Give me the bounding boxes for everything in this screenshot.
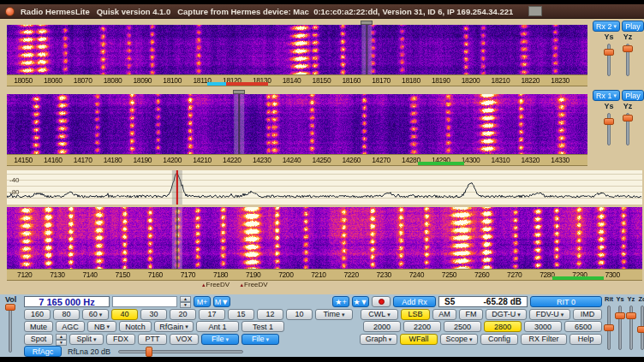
view-wfall-button[interactable]: WFall <box>400 334 438 345</box>
spectrum-graph-canvas[interactable] <box>7 170 642 205</box>
filter-2200-button[interactable]: 2200 <box>403 321 441 332</box>
frequency-scale-14mhz[interactable]: 1415014160141701418014190142001421014220… <box>7 154 587 166</box>
slider-handle[interactable] <box>5 304 15 311</box>
tx-vox-button[interactable]: VOX <box>170 334 199 345</box>
volume-slider[interactable] <box>5 305 15 354</box>
rit-slider[interactable] <box>604 304 614 352</box>
waterfall-canvas-7mhz[interactable] <box>7 207 642 269</box>
slider-handle[interactable] <box>604 49 614 56</box>
frequency-entry[interactable] <box>112 296 177 307</box>
band-60-button[interactable]: 60▾ <box>82 309 109 320</box>
mode-dgt-u-button[interactable]: DGT-U▾ <box>486 309 527 320</box>
filter-2800-button[interactable]: 2800 <box>484 321 522 332</box>
band-15-button[interactable]: 15 <box>228 309 254 320</box>
rx2-play-button[interactable]: Play <box>622 21 644 32</box>
filter-2000-button[interactable]: 2000 <box>363 321 401 332</box>
ctl-ant-1-button[interactable]: Ant 1 <box>196 321 239 332</box>
rfagc-button[interactable]: RfAgc <box>24 346 62 357</box>
dropdown-arrow-icon: ▾ <box>266 336 270 342</box>
frequency-spinner[interactable]: ▲▼ <box>180 296 191 307</box>
yz-slider[interactable] <box>626 304 636 352</box>
memory-m-button[interactable]: M▼ <box>213 296 230 307</box>
filter-2500-button[interactable]: 2500 <box>444 321 481 332</box>
spin-down-icon[interactable]: ▼ <box>180 302 191 308</box>
ctl-test-1-button[interactable]: Test 1 <box>242 321 284 332</box>
band-160-button[interactable]: 160 <box>24 309 51 320</box>
band-80-button[interactable]: 80 <box>53 309 80 320</box>
slider-handle[interactable] <box>637 326 644 333</box>
view-help-button[interactable]: Help <box>569 334 602 345</box>
band-17-button[interactable]: 17 <box>199 309 225 320</box>
tuning-strip-14mhz[interactable] <box>7 90 587 94</box>
rx2-button[interactable]: Rx 2▾ <box>593 21 620 32</box>
favorite-btn-button[interactable]: ★▼ <box>352 296 369 307</box>
ys-slider[interactable] <box>615 304 625 352</box>
view-graph-button[interactable]: Graph▾ <box>360 334 397 345</box>
tuning-strip-18mhz[interactable] <box>7 21 587 25</box>
titlebar[interactable]: Radio HermesLite Quisk version 4.1.0 Cap… <box>0 4 644 19</box>
slider-handle[interactable] <box>626 312 636 319</box>
tx-spot-button[interactable]: Spot <box>24 334 53 345</box>
slider-handle[interactable] <box>146 347 152 357</box>
rx1-ys-slider[interactable] <box>604 111 614 147</box>
rx1-yz-slider[interactable] <box>623 111 633 147</box>
rx1-button[interactable]: Rx 1▾ <box>593 90 620 101</box>
filter-3000-button[interactable]: 3000 <box>524 321 562 332</box>
mode-am-button[interactable]: AM <box>432 309 456 320</box>
tuning-marker[interactable] <box>233 90 245 94</box>
rx2-yz-slider[interactable] <box>623 42 633 78</box>
spin-up-icon[interactable]: ▲ <box>56 334 67 340</box>
band-label: 60 <box>89 310 98 318</box>
mode-cwl-button[interactable]: CWL▾ <box>361 309 398 320</box>
view-scope-button[interactable]: Scope▾ <box>440 334 478 345</box>
mode-fm-button[interactable]: FM <box>459 309 483 320</box>
mode-fdv-u-button[interactable]: FDV-U▾ <box>529 309 570 320</box>
spot-level-spinner[interactable]: ▲▼ <box>56 334 67 345</box>
ctl-nb-button[interactable]: NB▾ <box>87 321 116 332</box>
memory-m-button[interactable]: M+ <box>194 296 211 307</box>
rflna-slider[interactable] <box>116 347 245 357</box>
tx-file-button[interactable]: File▾ <box>201 334 239 345</box>
tx-split-button[interactable]: Split▾ <box>69 334 104 345</box>
spin-down-icon[interactable]: ▼ <box>56 340 67 346</box>
slider-handle[interactable] <box>604 324 614 331</box>
mode-lsb-button[interactable]: LSB <box>401 309 430 320</box>
band-12-button[interactable]: 12 <box>257 309 283 320</box>
record-button[interactable] <box>372 296 391 307</box>
band-time-button[interactable]: Time▾ <box>315 309 353 320</box>
tuning-marker[interactable] <box>361 21 373 25</box>
station-marker[interactable]: ▴FreeDV <box>241 281 268 288</box>
ctl-rfgain-button[interactable]: RfGain▾ <box>154 321 194 332</box>
slider-handle[interactable] <box>604 118 614 125</box>
view-config-button[interactable]: Config <box>480 334 518 345</box>
favorite-btn-button[interactable]: ★+ <box>332 296 349 307</box>
band-10-button[interactable]: 10 <box>286 309 313 320</box>
ctl-notch-button[interactable]: Notch <box>119 321 152 332</box>
frequency-scale-18mhz[interactable]: 1805018060180701808018090181001811018120… <box>7 74 587 86</box>
add-rx-button[interactable]: Add Rx <box>393 296 436 307</box>
slider-handle[interactable] <box>615 312 625 319</box>
rx1-play-button[interactable]: Play <box>622 90 644 101</box>
zo-slider[interactable] <box>637 304 644 352</box>
spin-up-icon[interactable]: ▲ <box>180 296 191 302</box>
ctl-agc-button[interactable]: AGC <box>56 321 85 332</box>
rx2-ys-slider[interactable] <box>604 42 614 78</box>
slider-handle[interactable] <box>623 45 633 52</box>
band-30-button[interactable]: 30 <box>140 309 167 320</box>
ctl-mute-button[interactable]: Mute <box>24 321 53 332</box>
band-40-button[interactable]: 40 <box>111 309 138 320</box>
mode-imd-button[interactable]: IMD <box>573 309 602 320</box>
tx-file-button[interactable]: File▾ <box>242 334 279 345</box>
frequency-scale-7mhz[interactable]: 7120713071407150716071707180719072007210… <box>7 269 642 281</box>
station-marker[interactable]: ▴FreeDV <box>202 281 230 288</box>
view-rx-filter-button[interactable]: RX Filter <box>521 334 567 345</box>
waterfall-canvas-14mhz[interactable] <box>7 94 587 154</box>
tx-ptt-button[interactable]: PTT <box>138 334 167 345</box>
waterfall-canvas-18mhz[interactable] <box>7 25 587 74</box>
band-20-button[interactable]: 20 <box>170 309 196 320</box>
tx-fdx-button[interactable]: FDX <box>106 334 135 345</box>
slider-handle[interactable] <box>623 115 633 122</box>
rit-button[interactable]: RIT 0 <box>530 296 602 307</box>
filter-6500-button[interactable]: 6500 <box>564 321 602 332</box>
close-button[interactable] <box>5 7 15 16</box>
